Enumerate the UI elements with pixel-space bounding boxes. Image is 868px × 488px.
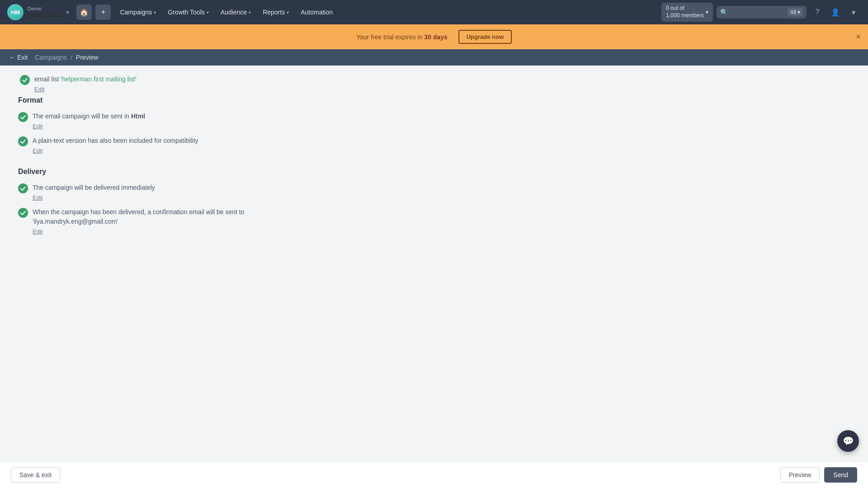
svg-point-4 (18, 208, 28, 218)
search-bar[interactable]: 🔍 All ▾ (717, 6, 807, 19)
nav-campaigns[interactable]: Campaigns ▾ (114, 6, 161, 19)
brand-name: Helper Man (27, 11, 61, 19)
avatar: HM (7, 4, 24, 20)
members-counter[interactable]: 0 out of 1,000 members ▾ (661, 3, 712, 21)
format-item-1-text: The email campaign will be sent in Html (33, 112, 850, 121)
automation-label: Automation (301, 9, 333, 16)
format-section: Format The email campaign will be sent i… (18, 96, 850, 154)
reports-label: Reports (263, 9, 285, 16)
growth-tools-label: Growth Tools (168, 9, 204, 16)
banner-close-button[interactable]: × (856, 32, 861, 42)
format-item-1: The email campaign will be sent in Html … (18, 112, 850, 130)
nav-right: 0 out of 1,000 members ▾ 🔍 All ▾ ? 👤 ▾ (661, 3, 861, 21)
breadcrumb-parent: Campaigns (35, 54, 67, 61)
email-list-text: email list 'helperman first mailing list… (34, 75, 850, 84)
breadcrumb-current: Preview (76, 54, 99, 61)
delivery-item-2-content: When the campaign has been delivered, a … (33, 207, 850, 235)
members-count: 0 out of (666, 5, 703, 12)
trial-highlight: 30 days (424, 33, 447, 41)
search-icon: 🔍 (720, 9, 728, 16)
breadcrumb-slash: / (71, 54, 72, 61)
exit-label: Exit (17, 54, 28, 61)
partial-email-list-item: email list 'helperman first mailing list… (18, 75, 850, 93)
email-list-text-after: ' (135, 75, 137, 83)
email-list-link[interactable]: helperman first mailing list (62, 75, 135, 83)
trial-text-before: Your free trial expires in (356, 33, 424, 41)
format-item-2-content: A plain-text version has also been inclu… (33, 136, 850, 154)
delivery-section-title: Delivery (18, 168, 850, 176)
nav-more-button[interactable]: ▾ (846, 5, 861, 19)
delivery-item-2-edit[interactable]: Edit (33, 228, 42, 235)
check-icon-format-2 (18, 136, 28, 146)
delivery-item-2: When the campaign has been delivered, a … (18, 207, 850, 235)
campaigns-chevron-icon: ▾ (154, 10, 156, 15)
user-account-button[interactable]: 👤 (828, 5, 843, 19)
nav-growth-tools[interactable]: Growth Tools ▾ (162, 6, 214, 19)
search-input[interactable] (731, 9, 785, 16)
help-button[interactable]: ? (810, 5, 825, 19)
delivery-item-1-content: The campaign will be delivered immediate… (33, 183, 850, 201)
brand-chevron-icon: ▾ (66, 9, 69, 15)
nav-automation[interactable]: Automation (295, 6, 338, 19)
check-icon-delivery-2 (18, 208, 28, 218)
delivery-item-1: The campaign will be delivered immediate… (18, 183, 850, 201)
format-item-2-edit[interactable]: Edit (33, 147, 42, 154)
home-button[interactable]: 🏠 (76, 5, 92, 20)
campaigns-label: Campaigns (120, 9, 152, 16)
add-button[interactable]: + (95, 5, 111, 20)
nav-reports[interactable]: Reports ▾ (257, 6, 294, 19)
top-navigation: HM Owner Helper Man ▾ 🏠 + Campaigns ▾ Gr… (0, 0, 868, 24)
members-total: 1,000 members (666, 12, 703, 19)
svg-point-3 (18, 183, 28, 193)
members-text: 0 out of 1,000 members (666, 5, 703, 19)
reports-chevron-icon: ▾ (287, 10, 289, 15)
format-item-1-content: The email campaign will be sent in Html … (33, 112, 850, 130)
exit-button[interactable]: ← Exit (9, 54, 28, 61)
format-text-before: The email campaign will be sent in (33, 113, 131, 120)
delivery-item-2-text: When the campaign has been delivered, a … (33, 207, 850, 226)
search-filter-dropdown[interactable]: All ▾ (788, 8, 803, 16)
delivery-item-1-edit[interactable]: Edit (33, 194, 42, 201)
search-filter-chevron-icon: ▾ (797, 9, 800, 15)
format-item-1-edit[interactable]: Edit (33, 123, 42, 130)
back-arrow-icon: ← (9, 54, 15, 61)
members-chevron-icon: ▾ (706, 9, 708, 15)
format-item-2: A plain-text version has also been inclu… (18, 136, 850, 154)
email-list-edit-link[interactable]: Edit (34, 86, 44, 93)
owner-label: Owner (27, 6, 61, 11)
email-list-text-before: email list ' (34, 75, 62, 83)
trial-banner-text: Your free trial expires in 30 days (356, 33, 448, 41)
search-filter-label: All (790, 9, 796, 15)
growth-tools-chevron-icon: ▾ (207, 10, 209, 15)
nav-items: Campaigns ▾ Growth Tools ▾ Audience ▾ Re… (114, 6, 658, 19)
delivery-item-1-text: The campaign will be delivered immediate… (33, 183, 850, 192)
check-icon-partial (20, 75, 30, 85)
format-item-2-text: A plain-text version has also been inclu… (33, 136, 850, 145)
check-icon-format-1 (18, 112, 28, 122)
chat-icon: 💬 (843, 436, 854, 446)
nav-audience[interactable]: Audience ▾ (215, 6, 256, 19)
svg-point-0 (20, 75, 30, 85)
svg-point-1 (18, 112, 28, 122)
main-content: email list 'helperman first mailing list… (0, 66, 868, 459)
upgrade-button[interactable]: Upgrade now (458, 30, 512, 44)
format-highlight: Html (131, 113, 145, 120)
audience-label: Audience (221, 9, 247, 16)
svg-point-2 (18, 136, 28, 146)
check-icon-delivery-1 (18, 183, 28, 193)
trial-banner: Your free trial expires in 30 days Upgra… (0, 24, 868, 49)
brand-text: Owner Helper Man (27, 6, 61, 19)
breadcrumb-bar: ← Exit Campaigns / Preview (0, 49, 868, 66)
audience-chevron-icon: ▾ (249, 10, 251, 15)
format-section-title: Format (18, 96, 850, 104)
brand-section[interactable]: HM Owner Helper Man ▾ (7, 4, 69, 20)
delivery-section: Delivery The campaign will be delivered … (18, 168, 850, 235)
email-list-content: email list 'helperman first mailing list… (34, 75, 850, 93)
chat-widget[interactable]: 💬 (837, 430, 859, 452)
